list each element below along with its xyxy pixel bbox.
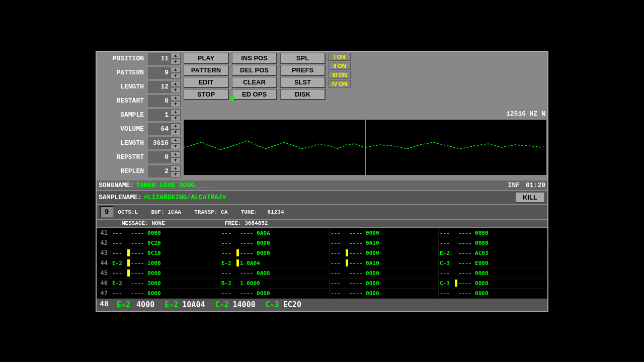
replen-down[interactable]: ▼ [171,171,181,177]
volume-indicator [346,259,348,266]
volume-indicator [455,280,457,287]
current-hex-1: 4000 [136,300,154,309]
sample-down[interactable]: ▼ [171,115,181,121]
current-row-num: 48 [100,300,115,309]
track-hex: ---- 0C10 [131,250,219,256]
volume-up[interactable]: ▲ [171,123,181,129]
track-note: --- [331,260,345,266]
current-hex-2: 10A04 [182,300,205,309]
length-up[interactable]: ▲ [171,81,181,87]
track-cell: ------- 0A10 [329,239,438,246]
row-number: 44 [97,259,111,266]
track-note: --- [331,240,345,246]
sample-label: SAMPLE [98,109,148,121]
position-row: POSITION 11 ▲ ▼ [98,53,181,65]
song-name-label: SONGNAME: [99,182,134,189]
scope-header: SCOPE 12516 HZ N [184,109,546,119]
right-buttons-1: INS POS DEL POS CLEAR ED OPS [232,53,277,108]
track-cell: ------- 0000 [438,269,547,277]
scope-label: SCOPE [185,110,204,118]
sample-name-row: SAMPLENAME: #LIZARDKING/ALCATRAZ# KILL [97,191,547,204]
position-value: 11 [148,53,171,65]
pattern-row: 43------- 0C10------- 0000------- 0000E-… [97,248,547,258]
sample-name-value: #LIZARDKING/ALCATRAZ# [144,194,515,201]
track-cell: ------- 0A10 [329,259,438,266]
track-note: --- [440,230,454,236]
track-note: E-2 [112,280,126,287]
clear-button[interactable]: CLEAR [232,77,277,88]
pattern-row: 47------- 0000------- 0000------- 0000--… [97,289,547,299]
track-hex: ---- 0000 [349,290,437,297]
volume-indicator [127,249,130,256]
repstrt-spinners: ▲ ▼ [171,151,181,163]
pattern-up[interactable]: ▲ [171,67,181,73]
sample-up[interactable]: ▲ [171,109,181,115]
track-cell: ------- 0000 [329,290,438,297]
length2-up[interactable]: ▲ [171,137,181,143]
track-cell: ------- 0000 [329,269,438,277]
sample-name-label: SAMPLENAME: [99,194,142,201]
top-controls: POSITION 11 ▲ ▼ PATTERN 9 ▲ ▼ [97,52,547,180]
volume-row: VOLUME 64 ▲ ▼ [98,123,181,135]
track-cell: E-21 0A04 [220,259,329,266]
pattern-number: 9 [100,206,114,218]
track-note: --- [331,250,345,256]
song-name-value: TANGO LOVE SONG_____ [136,182,504,189]
track-note: --- [112,250,126,256]
track-hex: ---- 0A10 [349,260,437,266]
prefs-button[interactable]: PREFS [280,65,326,76]
restart-up[interactable]: ▲ [171,95,181,101]
repstrt-row: REPSTRT 0 ▲ ▼ [98,151,181,163]
edit-button[interactable]: EDIT [184,77,229,88]
pattern-down[interactable]: ▼ [171,73,181,79]
track-hex: ---- AC03 [458,250,546,256]
on3-button[interactable]: III ON [329,71,351,79]
track-cell: C-3---- 0000 [438,280,547,287]
spl-button[interactable]: SPL [280,53,326,64]
ins-pos-button[interactable]: INS POS [232,53,277,64]
row-number: 41 [97,229,111,236]
on4-button[interactable]: IV ON [329,80,351,88]
volume-down[interactable]: ▼ [171,129,181,135]
scope-right [366,120,547,175]
volume-spinners: ▲ ▼ [171,123,181,135]
position-up[interactable]: ▲ [171,53,181,59]
track-note: --- [112,240,126,246]
on1-button[interactable]: I ON [329,53,351,61]
pattern-button[interactable]: PATTERN [184,65,229,76]
current-row: 48 E-2 4000 E-2 10A04 C-2 14000 C-3 EC20 [97,299,547,311]
position-spinners: ▲ ▼ [171,53,181,65]
ed-ops-button[interactable]: ED OPS [232,89,277,100]
length-down[interactable]: ▼ [171,87,181,93]
kill-button[interactable]: KILL [515,192,545,203]
length2-down[interactable]: ▼ [171,143,181,149]
status-message: MESSAGE: NONE FREE: 3684852 [122,220,544,226]
scope-area: SCOPE 12516 HZ N [184,109,546,178]
track-hex: ---- 0000 [349,230,437,236]
track-cell: ------- 0A08 [220,269,329,277]
length2-value: 3616 [148,137,171,149]
del-pos-button[interactable]: DEL POS [232,65,277,76]
repstrt-label: REPSTRT [98,151,148,163]
track-note: C-3 [440,260,454,266]
replen-up[interactable]: ▲ [171,165,181,171]
track-note: --- [331,230,345,236]
track-note: C-3 [440,280,454,287]
restart-down[interactable]: ▼ [171,101,181,107]
restart-value: 0 [148,95,171,107]
track-hex: ---- 0000 [349,270,437,277]
repstrt-down[interactable]: ▼ [171,157,181,163]
track-cell: E-2---- 3000 [111,280,220,287]
slst-button[interactable]: SLST [280,77,326,88]
play-button[interactable]: PLAY [184,53,229,64]
repstrt-up[interactable]: ▲ [171,151,181,157]
on2-button[interactable]: II ON [329,62,351,70]
position-down[interactable]: ▼ [171,59,181,65]
pattern-row: PATTERN 9 ▲ ▼ [98,67,181,79]
track-note: B-2 [221,280,235,287]
track-note: --- [112,290,126,297]
song-inf[interactable]: INF [508,182,520,189]
disk-button[interactable]: DISK [280,89,326,100]
stop-button[interactable]: STOP ▼ [184,89,229,100]
track-hex: ---- 0000 [131,270,219,277]
